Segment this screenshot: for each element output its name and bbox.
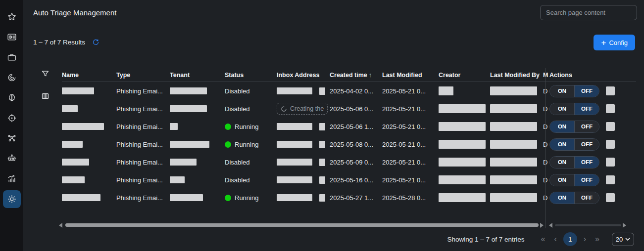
page-search <box>540 5 637 20</box>
table-row[interactable]: Phishing Emai... Running 2025-05-06 1...… <box>62 118 636 135</box>
redacted-action-button[interactable] <box>606 122 615 131</box>
redacted-tenant <box>170 105 207 112</box>
column-header-creator[interactable]: Creator <box>439 72 490 79</box>
toggle-on[interactable]: ON <box>550 121 574 132</box>
status-label: Disabled <box>225 176 250 184</box>
cell-name <box>62 123 116 130</box>
on-off-toggle[interactable]: ON OFF <box>549 156 599 168</box>
sidebar-item-detection[interactable] <box>3 109 21 127</box>
cell-last-modified-by <box>490 140 543 149</box>
scroll-left-arrow[interactable] <box>59 223 62 228</box>
sidebar-item-cases[interactable] <box>3 48 21 66</box>
pagination-first-button[interactable]: « <box>537 235 550 244</box>
on-off-toggle[interactable]: ON OFF <box>549 174 599 186</box>
column-header-actions[interactable]: Actions <box>549 72 636 79</box>
analytics-chart-icon <box>7 174 17 184</box>
cell-creator <box>439 175 490 184</box>
cell-type: Phishing Emai... <box>116 105 170 113</box>
pinned-column-divider <box>545 68 546 228</box>
on-off-toggle[interactable]: ON OFF <box>549 192 599 204</box>
cell-creator <box>439 122 490 131</box>
redacted-action-button[interactable] <box>606 175 615 184</box>
redacted-last-modified-by <box>490 122 537 131</box>
column-settings-button[interactable] <box>41 92 50 102</box>
pinned-scroll-left-arrow[interactable] <box>549 223 552 228</box>
sidebar-item-dashboard[interactable] <box>3 28 21 46</box>
toggle-off[interactable]: OFF <box>574 103 599 115</box>
column-header-type[interactable]: Type <box>116 72 170 79</box>
toggle-off[interactable]: OFF <box>574 174 599 186</box>
table-row[interactable]: Phishing Emai... Disabled 2025-05-09 0..… <box>62 153 636 171</box>
table-row[interactable]: Phishing Emai... Running 2025-05-08 0...… <box>62 135 636 153</box>
column-header-tenant[interactable]: Tenant <box>170 72 225 79</box>
column-header-created-time[interactable]: Created time↑ <box>330 72 382 79</box>
table-row[interactable]: Phishing Emai... Disabled Creating the 2… <box>62 100 636 118</box>
table-row[interactable]: Phishing Emai... Running 2025-05-27 1...… <box>62 189 636 207</box>
filter-button[interactable] <box>41 70 50 80</box>
cell-created-time: 2025-05-06 1... <box>330 123 382 130</box>
on-off-toggle[interactable]: ON OFF <box>549 103 599 115</box>
radar-icon <box>7 73 17 83</box>
sidebar-item-radar[interactable] <box>3 69 21 86</box>
config-button[interactable]: + Config <box>594 35 635 50</box>
redacted-inbox-action <box>319 159 325 166</box>
page-size-select[interactable]: 20 <box>612 233 634 246</box>
redacted-action-button[interactable] <box>606 140 615 149</box>
inbox-creating-chip: Creating the <box>277 103 328 115</box>
redacted-action-button[interactable] <box>606 158 615 167</box>
toggle-on[interactable]: ON <box>550 139 574 150</box>
on-off-toggle[interactable]: ON OFF <box>549 85 599 97</box>
redacted-action-button[interactable] <box>606 193 615 202</box>
toggle-off[interactable]: OFF <box>574 192 599 204</box>
pagination-last-button[interactable]: » <box>591 235 604 244</box>
sidebar-item-intelligence[interactable] <box>3 89 21 107</box>
cell-last-modified: 2025-05-21 0... <box>382 141 439 148</box>
redacted-action-button[interactable] <box>606 104 615 113</box>
sort-ascending-icon: ↑ <box>369 72 372 79</box>
redacted-name <box>62 105 78 112</box>
cell-type: Phishing Emai... <box>116 194 170 202</box>
toggle-on[interactable]: ON <box>550 85 574 97</box>
table-footer: Showing 1 – 7 of 7 entries « ‹ 1 › » 20 <box>447 232 634 246</box>
pagination-current-page[interactable]: 1 <box>563 232 577 246</box>
toggle-off[interactable]: OFF <box>574 121 599 132</box>
pagination-next-button[interactable]: › <box>579 235 591 244</box>
toggle-on[interactable]: ON <box>550 192 574 204</box>
redacted-action-button[interactable] <box>606 86 615 95</box>
pinned-scroll-right-arrow[interactable] <box>623 223 626 228</box>
table-row[interactable]: Phishing Emai... Disabled 2025-04-02 0..… <box>62 82 636 100</box>
sidebar-item-settings[interactable] <box>3 190 21 208</box>
column-header-status[interactable]: Status <box>225 72 277 79</box>
on-off-toggle[interactable]: ON OFF <box>549 138 599 151</box>
pagination-prev-button[interactable]: ‹ <box>549 235 561 244</box>
redacted-creator <box>439 158 486 167</box>
toggle-off[interactable]: OFF <box>574 139 599 150</box>
sidebar-item-workflows[interactable] <box>3 129 21 147</box>
inbox-creating-label: Creating the <box>290 105 324 112</box>
column-header-last-modified-by[interactable]: Last Modified By <box>490 72 543 79</box>
sidebar-item-favorites[interactable] <box>3 8 21 26</box>
cell-type: Phishing Emai... <box>116 141 170 148</box>
on-off-toggle[interactable]: ON OFF <box>549 121 599 133</box>
column-header-last-modified[interactable]: Last Modified <box>382 72 439 79</box>
cell-last-modified-by <box>490 175 543 184</box>
column-header-inbox-address[interactable]: Inbox Address <box>277 72 330 79</box>
toggle-on[interactable]: ON <box>550 174 574 186</box>
pinned-scrollbar-track[interactable] <box>555 224 621 226</box>
sidebar-item-automation[interactable] <box>3 150 21 167</box>
scroll-right-arrow[interactable] <box>540 223 544 228</box>
toggle-off[interactable]: OFF <box>574 85 599 97</box>
cell-actions: ON OFF <box>549 121 636 133</box>
toggle-on[interactable]: ON <box>550 103 574 115</box>
redacted-inbox-address <box>277 123 312 130</box>
column-header-m[interactable]: M <box>543 72 549 79</box>
scrollbar-thumb[interactable] <box>65 223 539 227</box>
table-row[interactable]: Phishing Emai... Disabled 2025-05-16 0..… <box>62 171 636 189</box>
toggle-off[interactable]: OFF <box>574 157 599 168</box>
search-input[interactable] <box>541 9 636 16</box>
sidebar-item-analytics[interactable] <box>3 170 21 188</box>
column-header-name[interactable]: Name <box>62 72 116 79</box>
cell-creator <box>439 158 490 167</box>
refresh-button[interactable] <box>92 39 99 46</box>
toggle-on[interactable]: ON <box>550 157 574 168</box>
